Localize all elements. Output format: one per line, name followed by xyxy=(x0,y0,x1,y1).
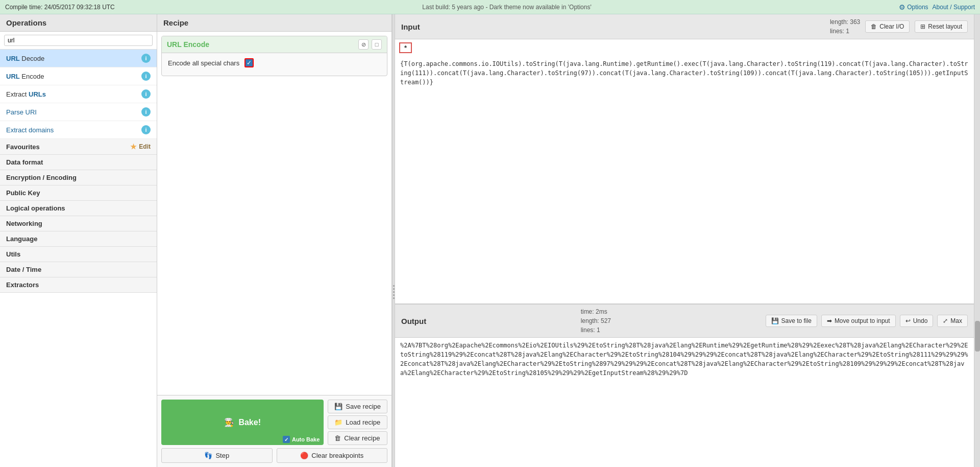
bake-button[interactable]: 👨‍🍳 Bake! ✓ Auto Bake xyxy=(161,400,324,445)
scrollbar-thumb[interactable] xyxy=(975,321,980,352)
max-icon: ⤢ xyxy=(943,317,948,324)
sidebar: Operations URL Decode i URL Encode i Ext… xyxy=(0,14,157,467)
step-button[interactable]: 👣 Step xyxy=(161,448,273,463)
recipe-header: Recipe xyxy=(157,14,391,32)
io-section: Input length: 363 lines: 1 🗑 Clear I/O ⊞… xyxy=(395,14,974,467)
clear-recipe-button[interactable]: 🗑 Clear recipe xyxy=(328,431,387,445)
section-favourites: Favourites ★ Edit xyxy=(0,139,157,155)
url-encode-info-icon[interactable]: i xyxy=(141,72,151,81)
recipe-card-header: URL Encode ⊘ □ xyxy=(162,36,387,53)
input-controls: length: 363 lines: 1 🗑 Clear I/O ⊞ Reset… xyxy=(830,17,968,36)
search-row xyxy=(0,32,157,50)
save-recipe-button[interactable]: 💾 Save recipe xyxy=(328,400,387,413)
section-utils[interactable]: Utils xyxy=(0,247,157,262)
output-wrapper: Output time: 2ms length: 527 lines: 1 💾 … xyxy=(395,303,974,467)
recipe-card-body: Encode all special chars ✓ xyxy=(162,53,387,76)
recipe-content: URL Encode ⊘ □ Encode all special chars … xyxy=(157,32,391,395)
input-badge: * xyxy=(399,42,412,53)
save-to-file-button[interactable]: 💾 Save to file xyxy=(766,315,817,327)
save-file-icon: 💾 xyxy=(771,317,779,324)
section-networking[interactable]: Networking xyxy=(0,216,157,231)
output-stats: time: 2ms length: 527 lines: 1 xyxy=(581,307,611,335)
recipe-card-expand-btn[interactable]: □ xyxy=(372,39,382,50)
about-support-link[interactable]: About / Support xyxy=(933,4,975,11)
input-title: Input xyxy=(401,22,420,31)
auto-bake-row: ✓ Auto Bake xyxy=(283,436,320,443)
encode-all-label: Encode all special chars xyxy=(168,59,239,67)
encode-all-checkbox[interactable]: ✓ xyxy=(244,58,254,67)
chef-icon: 👨‍🍳 xyxy=(224,417,234,427)
max-button[interactable]: ⤢ Max xyxy=(937,315,968,327)
search-input[interactable] xyxy=(4,35,153,46)
build-notice: Last build: 5 years ago - Dark theme now… xyxy=(422,4,591,11)
output-text: %2A%7BT%28org%2Eapache%2Ecommons%2Eio%2E… xyxy=(395,338,974,467)
recipe-card-controls: ⊘ □ xyxy=(358,39,382,50)
breakpoints-icon: 🔴 xyxy=(300,452,308,459)
section-date-time[interactable]: Date / Time xyxy=(0,262,157,277)
trash-icon: 🗑 xyxy=(334,434,341,442)
undo-button[interactable]: ↩ Undo xyxy=(900,315,934,327)
input-textarea[interactable]: {T(org.apache.commons.io.IOUtils).toStri… xyxy=(395,56,974,303)
options-button[interactable]: ⚙ Options xyxy=(899,3,928,11)
reset-layout-icon: ⊞ xyxy=(920,23,925,30)
input-header: Input length: 363 lines: 1 🗑 Clear I/O ⊞… xyxy=(395,14,974,39)
section-data-format[interactable]: Data format xyxy=(0,155,157,170)
extract-domains-info-icon[interactable]: i xyxy=(141,125,151,134)
bottom-buttons: 👣 Step 🔴 Clear breakpoints xyxy=(161,448,387,463)
parse-uri-info-icon[interactable]: i xyxy=(141,107,151,116)
undo-icon: ↩ xyxy=(905,317,911,324)
sidebar-item-extract-urls[interactable]: Extract URLs i xyxy=(0,85,157,103)
sidebar-item-parse-uri[interactable]: Parse URI i xyxy=(0,103,157,121)
output-title: Output xyxy=(401,317,426,325)
recipe-card-url-encode: URL Encode ⊘ □ Encode all special chars … xyxy=(161,36,387,76)
section-logical-operations[interactable]: Logical operations xyxy=(0,201,157,216)
recipe-field-encode-all: Encode all special chars ✓ xyxy=(168,58,381,67)
section-extractors[interactable]: Extractors xyxy=(0,277,157,293)
recipe-card-disable-btn[interactable]: ⊘ xyxy=(358,39,369,50)
compile-time: Compile time: 24/05/2017 09:32:18 UTC xyxy=(5,4,115,11)
recipe-panel: Recipe URL Encode ⊘ □ Encode all special… xyxy=(157,14,392,467)
recipe-side-buttons: 💾 Save recipe 📁 Load recipe 🗑 Clear reci… xyxy=(328,400,387,445)
move-output-icon: ➡ xyxy=(827,317,832,324)
output-header: Output time: 2ms length: 527 lines: 1 💾 … xyxy=(395,305,974,338)
input-area: * {T(org.apache.commons.io.IOUtils).toSt… xyxy=(395,39,974,303)
load-recipe-button[interactable]: 📁 Load recipe xyxy=(328,415,387,429)
gear-icon: ⚙ xyxy=(899,3,905,11)
sidebar-header: Operations xyxy=(0,14,157,32)
section-language[interactable]: Language xyxy=(0,231,157,247)
section-encryption-encoding[interactable]: Encryption / Encoding xyxy=(0,170,157,185)
recipe-card-title: URL Encode xyxy=(167,40,209,49)
auto-bake-checkbox[interactable]: ✓ xyxy=(283,436,290,443)
step-icon: 👣 xyxy=(204,452,212,459)
clear-io-button[interactable]: 🗑 Clear I/O xyxy=(865,20,910,33)
output-controls: 💾 Save to file ➡ Move output to input ↩ … xyxy=(766,315,968,327)
clear-io-icon: 🗑 xyxy=(871,23,877,30)
bake-row: 👨‍🍳 Bake! ✓ Auto Bake 💾 Save recipe 📁 Lo… xyxy=(161,400,387,445)
bake-bar: 👨‍🍳 Bake! ✓ Auto Bake 💾 Save recipe 📁 Lo… xyxy=(157,395,391,467)
url-decode-info-icon[interactable]: i xyxy=(141,54,151,63)
extract-urls-info-icon[interactable]: i xyxy=(141,89,151,99)
folder-icon: 📁 xyxy=(334,418,342,426)
floppy-icon: 💾 xyxy=(334,403,342,410)
right-scrollbar[interactable] xyxy=(974,14,980,467)
sidebar-item-url-decode[interactable]: URL Decode i xyxy=(0,50,157,67)
top-bar: Compile time: 24/05/2017 09:32:18 UTC La… xyxy=(0,0,980,14)
star-icon: ★ xyxy=(130,143,137,151)
input-stats: length: 363 lines: 1 xyxy=(830,17,860,36)
reset-layout-button[interactable]: ⊞ Reset layout xyxy=(915,20,968,33)
favourites-edit-btn[interactable]: ★ Edit xyxy=(130,143,151,151)
sidebar-item-url-encode[interactable]: URL Encode i xyxy=(0,67,157,85)
move-output-button[interactable]: ➡ Move output to input xyxy=(821,315,896,327)
section-public-key[interactable]: Public Key xyxy=(0,185,157,201)
clear-breakpoints-button[interactable]: 🔴 Clear breakpoints xyxy=(277,448,388,463)
sidebar-item-extract-domains[interactable]: Extract domains i xyxy=(0,121,157,139)
